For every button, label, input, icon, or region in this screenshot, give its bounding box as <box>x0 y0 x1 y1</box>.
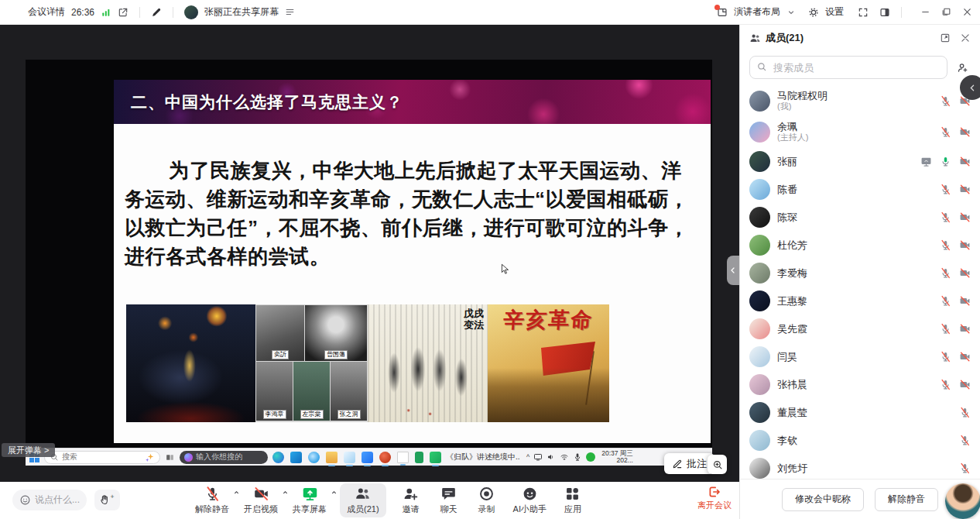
portrait-label: 左宗棠 <box>300 410 324 419</box>
toolbar-invite-button[interactable]: 邀请 <box>398 483 424 517</box>
zoom-in-button[interactable] <box>708 455 727 474</box>
panel-toggle-icon[interactable] <box>879 7 890 18</box>
member-avatar <box>749 318 770 339</box>
self-video-bubble[interactable] <box>945 483 980 519</box>
portrait-label: 张之洞 <box>338 410 361 419</box>
ai-search-box[interactable]: 输入你想搜的 <box>180 451 268 464</box>
member-status-icons <box>940 239 971 251</box>
taskbar-edge-icon[interactable] <box>272 452 284 463</box>
taskbar-window-title[interactable]: 《归队》讲述绝境中... <box>446 452 520 462</box>
close-panel-icon[interactable] <box>960 33 971 43</box>
collapse-panel-button[interactable] <box>960 75 980 100</box>
tray-expand-icon[interactable]: ^ <box>526 453 529 461</box>
invite-icon <box>403 486 419 502</box>
close-button[interactable] <box>962 7 972 17</box>
portrait-box: 张之洞 <box>331 362 367 421</box>
member-row[interactable]: 张丽 <box>740 147 980 175</box>
mic-muted-icon <box>959 407 971 418</box>
taskbar-ie-icon[interactable] <box>308 452 320 463</box>
toolbar-apps-button[interactable]: 应用 <box>560 483 586 517</box>
toolbar-chat-button[interactable]: 聊天 <box>436 483 462 517</box>
member-avatar <box>749 207 770 228</box>
caret-up-icon <box>331 489 338 496</box>
monitor-share-icon <box>920 156 932 167</box>
toolbar-buttons: 解除静音开启视频共享屏幕成员(21)邀请聊天录制AI小助手应用 <box>194 483 586 517</box>
member-status-icons <box>959 462 971 474</box>
members-icon <box>355 486 371 502</box>
caret-up-icon <box>233 489 240 496</box>
open-external-icon[interactable] <box>118 7 128 18</box>
toolbar-record-button[interactable]: 录制 <box>474 483 500 517</box>
westernization-portraits-image: 奕訢 曾国藩 李鸿章 左宗棠 张之洞 <box>255 304 368 422</box>
meeting-logo-icon <box>8 5 22 19</box>
taskbar-app-blue-light-icon[interactable] <box>344 452 355 463</box>
minimize-button[interactable] <box>920 7 930 17</box>
member-row[interactable]: 李钦 <box>740 426 980 454</box>
member-row[interactable]: 王惠黎 <box>740 287 980 314</box>
leave-icon <box>708 485 721 499</box>
member-status-icons <box>959 407 971 418</box>
rename-button[interactable]: 修改会中昵称 <box>782 488 864 511</box>
smiley-icon <box>19 494 31 506</box>
display-icon[interactable] <box>533 452 543 462</box>
unmute-button[interactable]: 解除静音 <box>875 488 938 511</box>
settings-button[interactable]: 设置 <box>825 5 844 19</box>
raise-hand-button[interactable]: ＋ <box>94 490 120 510</box>
member-status-icons <box>940 267 971 279</box>
annotation-pen-icon[interactable] <box>151 7 162 18</box>
member-name: 董晨莹 <box>777 407 952 418</box>
expand-danmaku-button[interactable]: 展开弹幕 > <box>2 443 55 457</box>
member-row[interactable]: 马院程权明(我) <box>740 85 980 116</box>
quick-chat-input[interactable]: 说点什么... <box>12 490 87 510</box>
member-row[interactable]: 吴先霞 <box>740 314 980 342</box>
sidebar-collapse-tab[interactable] <box>727 256 739 285</box>
member-row[interactable]: 余珮(主持人) <box>740 116 980 147</box>
wechat-icon[interactable] <box>586 452 595 462</box>
member-status-icons <box>940 295 971 307</box>
person-add-icon <box>957 62 968 74</box>
sharing-list-icon[interactable] <box>285 7 295 17</box>
zoom-in-icon <box>712 459 723 470</box>
toolbar-cam-muted-button[interactable]: 开启视频 <box>242 483 279 517</box>
taskbar-document-icon[interactable] <box>397 452 409 463</box>
fullscreen-icon[interactable] <box>858 7 869 18</box>
taskbar-wps-red-icon[interactable] <box>379 452 391 463</box>
member-row[interactable]: 刘凭圩 <box>740 454 980 479</box>
task-view-icon[interactable] <box>165 452 175 462</box>
taskbar-meeting-app-icon[interactable] <box>362 452 373 463</box>
member-row[interactable]: 杜伦芳 <box>740 231 980 259</box>
member-name: 吴先霞 <box>777 323 933 335</box>
shared-desktop: 二、中国为什么选择了马克思主义？ 为了民族复兴，中华大地上先后掀起了太平天国运动… <box>26 60 712 466</box>
cam-muted-icon <box>959 267 971 279</box>
member-row[interactable]: 陈番 <box>740 175 980 203</box>
member-row[interactable]: 董晨莹 <box>740 398 980 426</box>
leave-meeting-button[interactable]: 离开会议 <box>697 485 732 511</box>
taskbar-search-box[interactable]: 搜索 <box>44 451 160 464</box>
taskbar-stock-green-icon[interactable] <box>415 452 423 463</box>
maximize-button[interactable] <box>941 7 951 17</box>
member-search-input[interactable] <box>749 56 947 79</box>
gear-icon <box>808 7 819 18</box>
toolbar-screen-share-button[interactable]: 共享屏幕 <box>291 483 328 517</box>
toolbar-members-button[interactable]: 成员(21) <box>340 483 386 517</box>
member-row[interactable]: 李爱梅 <box>740 259 980 287</box>
system-tray: ^ <box>526 452 595 462</box>
taskbar-camera-green-icon[interactable] <box>430 452 441 463</box>
speaker-icon[interactable] <box>547 452 556 462</box>
member-row[interactable]: 陈琛 <box>740 203 980 231</box>
wifi-icon[interactable] <box>560 452 569 462</box>
toolbar-ai-button[interactable]: AI小助手 <box>512 483 548 517</box>
member-status-icons <box>940 351 971 363</box>
member-row[interactable]: 张祎晨 <box>740 370 980 398</box>
member-row[interactable]: 闫昊 <box>740 342 980 370</box>
cam-muted-icon <box>253 486 269 502</box>
toolbar-mic-muted-button[interactable]: 解除静音 <box>194 483 231 517</box>
taskbar-file-explorer-icon[interactable] <box>326 452 338 463</box>
taskbar-outlook-icon[interactable] <box>290 452 302 463</box>
meeting-details-button[interactable]: 会议详情 <box>28 5 65 19</box>
tray-mic-icon[interactable] <box>573 452 582 462</box>
member-avatar <box>749 402 770 423</box>
speaker-layout-button[interactable]: 演讲者布局 <box>734 5 780 19</box>
taskbar-clock[interactable]: 20:37 周三 202... <box>601 450 633 465</box>
popout-icon[interactable] <box>940 33 951 43</box>
